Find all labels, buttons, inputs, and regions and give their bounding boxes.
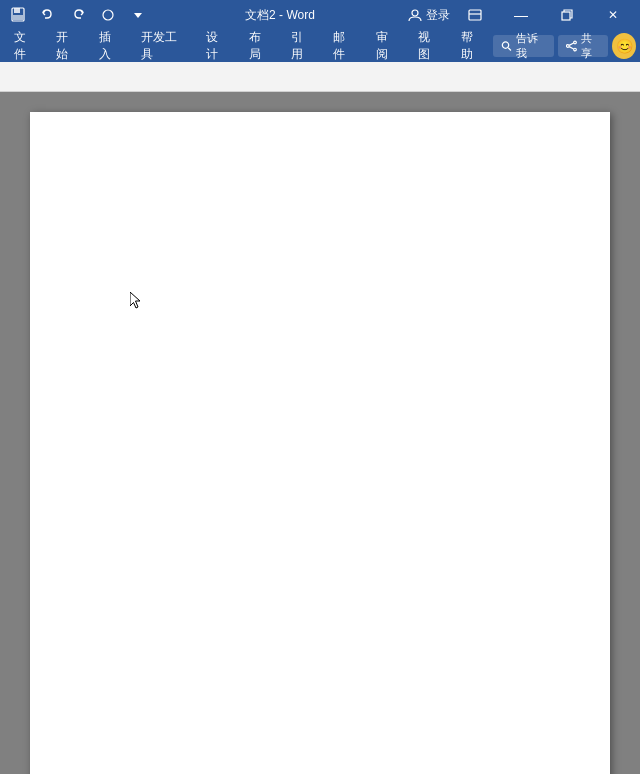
share-icon <box>566 40 577 52</box>
menu-view[interactable]: 视图 <box>408 30 450 62</box>
redo-button[interactable] <box>64 3 92 27</box>
svg-marker-4 <box>134 13 142 18</box>
document-page[interactable] <box>30 112 610 774</box>
menu-bar: 文件 开始 插入 开发工具 设计 布局 引用 邮件 审阅 视图 帮助 告诉我 <box>0 30 640 62</box>
menu-references[interactable]: 引用 <box>281 30 323 62</box>
mouse-cursor <box>130 292 144 310</box>
document-title: 文档2 - Word <box>245 7 315 24</box>
menu-layout[interactable]: 布局 <box>239 30 281 62</box>
svg-rect-2 <box>13 15 23 20</box>
tell-me-search[interactable]: 告诉我 <box>493 35 554 57</box>
save-button[interactable] <box>4 3 32 27</box>
window-controls: — ✕ <box>452 0 636 30</box>
quick-access-dropdown[interactable] <box>124 3 152 27</box>
svg-rect-6 <box>469 10 481 20</box>
svg-point-9 <box>502 42 508 48</box>
svg-rect-1 <box>14 8 20 13</box>
search-icon <box>501 40 512 52</box>
svg-line-15 <box>569 47 573 49</box>
menu-mailings[interactable]: 邮件 <box>323 30 365 62</box>
svg-point-12 <box>566 45 569 48</box>
menu-developer[interactable]: 开发工具 <box>131 30 196 62</box>
window-title: 文档2 - Word <box>152 7 408 24</box>
menu-design[interactable]: 设计 <box>196 30 238 62</box>
restore-button[interactable] <box>544 0 590 30</box>
svg-line-14 <box>569 43 573 45</box>
svg-point-13 <box>573 48 576 51</box>
close-button[interactable]: ✕ <box>590 0 636 30</box>
share-button[interactable]: 共享 <box>558 35 609 57</box>
undo-button[interactable] <box>34 3 62 27</box>
autosave-indicator <box>94 3 122 27</box>
svg-point-3 <box>103 10 113 20</box>
svg-point-11 <box>573 41 576 44</box>
menu-help[interactable]: 帮助 <box>451 30 493 62</box>
title-bar: 文档2 - Word 登录 — <box>0 0 640 30</box>
svg-marker-16 <box>130 292 140 308</box>
menu-insert[interactable]: 插入 <box>89 30 131 62</box>
menu-home[interactable]: 开始 <box>46 30 88 62</box>
document-area <box>0 92 640 774</box>
share-label: 共享 <box>581 31 601 61</box>
login-button[interactable]: 登录 <box>426 7 450 24</box>
menu-review[interactable]: 审阅 <box>366 30 408 62</box>
svg-rect-8 <box>562 12 570 20</box>
ribbon-options-button[interactable] <box>452 0 498 30</box>
svg-point-5 <box>412 10 418 16</box>
minimize-button[interactable]: — <box>498 0 544 30</box>
svg-line-10 <box>508 48 511 51</box>
tell-me-label: 告诉我 <box>516 31 546 61</box>
quick-access-toolbar <box>4 3 152 27</box>
user-avatar[interactable]: 😊 <box>612 33 636 59</box>
ribbon-toolbar <box>0 62 640 92</box>
title-bar-right: 登录 — ✕ <box>408 0 636 30</box>
login-area[interactable]: 登录 <box>408 7 450 24</box>
menu-file[interactable]: 文件 <box>4 30 46 62</box>
